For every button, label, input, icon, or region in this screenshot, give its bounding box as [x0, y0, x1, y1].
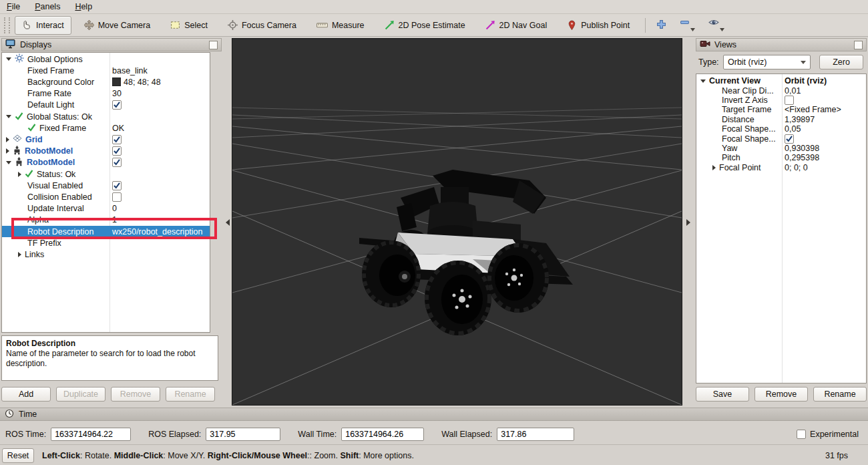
checkbox-checked[interactable]: [112, 146, 122, 156]
collapse-right-arrow-icon[interactable]: [686, 219, 690, 226]
tree-row-invert-z-axis[interactable]: Invert Z Axis: [696, 96, 866, 105]
property-value[interactable]: [112, 146, 122, 156]
2d-nav-goal-tool-button[interactable]: 2D Nav Goal: [478, 16, 555, 35]
wall-elapsed-input[interactable]: [497, 428, 574, 441]
property-value[interactable]: [112, 100, 122, 110]
tree-row-distance[interactable]: Distance1,39897: [696, 115, 866, 124]
zero-button[interactable]: Zero: [819, 55, 863, 69]
tree-row-default-light[interactable]: Default Light: [2, 100, 210, 111]
toolbar-drag-handle[interactable]: [4, 17, 10, 33]
menu-item-panels[interactable]: Panels: [35, 2, 60, 11]
tree-row-pitch[interactable]: Pitch0,295398: [696, 153, 866, 162]
tree-row-alpha[interactable]: Alpha1: [2, 214, 210, 226]
tree-row-focal-shape[interactable]: Focal Shape...: [696, 134, 866, 143]
experimental-option: Experimental: [797, 430, 859, 439]
collapse-triangle-icon[interactable]: [700, 80, 706, 83]
views-buttons: SaveRemoveRename: [696, 387, 867, 402]
remove-button[interactable]: Remove: [754, 387, 808, 402]
collapse-triangle-icon[interactable]: [6, 57, 11, 61]
2d-pose-estimate-tool-button[interactable]: 2D Pose Estimate: [377, 16, 473, 35]
view-type-dropdown[interactable]: Orbit (rviz): [723, 55, 811, 69]
interact-tool-button[interactable]: Interact: [15, 16, 71, 35]
publish-point-tool-button[interactable]: Publish Point: [560, 16, 637, 35]
tree-row-tf-prefix[interactable]: TF Prefix: [2, 237, 210, 249]
render-viewport[interactable]: [232, 38, 682, 406]
tree-row-fixed-frame[interactable]: Fixed FrameOK: [2, 122, 210, 134]
menu-item-help[interactable]: Help: [75, 2, 92, 11]
tree-row-global-options[interactable]: Global Options: [2, 53, 210, 65]
property-value[interactable]: [112, 135, 122, 144]
property-value[interactable]: [112, 158, 122, 167]
property-label: Status: Ok: [37, 170, 75, 179]
tree-row-robotmodel[interactable]: RobotModel: [2, 157, 210, 168]
tree-row-current-view[interactable]: Current ViewOrbit (rviz): [696, 76, 866, 86]
checkbox-checked[interactable]: [112, 135, 122, 144]
rename-button[interactable]: Rename: [166, 387, 215, 402]
rename-button[interactable]: Rename: [813, 387, 867, 402]
add-button[interactable]: Add: [1, 387, 51, 402]
panel-float-button[interactable]: [209, 41, 218, 49]
expand-triangle-icon[interactable]: [712, 165, 716, 170]
tree-row-frame-rate[interactable]: Frame Rate30: [2, 88, 210, 100]
ruler-icon: [316, 20, 328, 30]
gear-icon: [15, 53, 24, 65]
tree-row-fixed-frame[interactable]: Fixed Framebase_link: [2, 65, 210, 76]
left-splitter[interactable]: [223, 37, 232, 408]
property-value[interactable]: [112, 192, 122, 202]
tree-row-robotmodel[interactable]: RobotModel: [2, 146, 210, 157]
tree-row-focal-point[interactable]: Focal Point0; 0; 0: [696, 163, 866, 172]
expand-triangle-icon[interactable]: [6, 137, 9, 142]
tree-row-update-interval[interactable]: Update Interval0: [2, 203, 210, 214]
tree-row-robot-description[interactable]: Robot Descriptionwx250/robot_description: [2, 226, 210, 237]
collapse-left-arrow-icon[interactable]: [226, 219, 230, 226]
checkbox-checked[interactable]: [112, 100, 122, 110]
check-green-icon: [25, 169, 33, 180]
duplicate-button[interactable]: Duplicate: [56, 387, 105, 402]
tree-row-near-clip-di[interactable]: Near Clip Di...0,01: [696, 86, 866, 95]
select-tool-button[interactable]: Select: [163, 16, 215, 35]
tree-row-status-ok[interactable]: Status: Ok: [2, 168, 210, 180]
wall-time-input[interactable]: [341, 428, 424, 441]
property-value[interactable]: [112, 181, 122, 190]
tree-row-focal-shape[interactable]: Focal Shape...0,05: [696, 124, 866, 134]
tree-row-yaw[interactable]: Yaw0,930398: [696, 144, 866, 153]
expand-triangle-icon[interactable]: [18, 172, 21, 177]
move-camera-tool-button[interactable]: Move Camera: [77, 16, 158, 35]
collapse-triangle-icon[interactable]: [6, 115, 11, 118]
ros-elapsed-input[interactable]: [206, 428, 280, 441]
checkbox-checked[interactable]: [785, 134, 794, 144]
focus-camera-tool-button[interactable]: Focus Camera: [220, 16, 304, 35]
plus-view-button[interactable]: [652, 17, 670, 33]
property-value[interactable]: [785, 96, 794, 105]
measure-tool-button[interactable]: Measure: [309, 16, 372, 35]
save-button[interactable]: Save: [696, 387, 749, 402]
checkbox-checked[interactable]: [112, 181, 122, 190]
time-panel-title: Time: [19, 410, 37, 419]
grid-icon: [13, 134, 22, 145]
eye-view-button[interactable]: [704, 15, 728, 35]
expand-triangle-icon[interactable]: [6, 148, 9, 154]
tree-row-target-frame[interactable]: Target Frame<Fixed Frame>: [696, 105, 866, 114]
tree-row-links[interactable]: Links: [2, 249, 210, 260]
panel-float-button[interactable]: [854, 41, 863, 49]
menu-item-file[interactable]: File: [7, 2, 20, 11]
collapse-triangle-icon[interactable]: [6, 161, 11, 164]
tree-row-global-status-ok[interactable]: Global Status: Ok: [2, 111, 210, 122]
tree-row-visual-enabled[interactable]: Visual Enabled: [2, 180, 210, 191]
tree-row-background-color[interactable]: Background Color48; 48; 48: [2, 76, 210, 88]
checkbox-unchecked[interactable]: [785, 96, 794, 105]
reset-button[interactable]: Reset: [2, 448, 34, 463]
tree-row-collision-enabled[interactable]: Collision Enabled: [2, 191, 210, 202]
checkbox-unchecked[interactable]: [112, 192, 122, 202]
property-value[interactable]: [785, 134, 794, 144]
expand-triangle-icon[interactable]: [18, 252, 21, 257]
checkbox-unchecked[interactable]: [797, 430, 806, 439]
ros-time-input[interactable]: [51, 428, 131, 441]
property-label: Visual Enabled: [27, 181, 83, 190]
right-splitter[interactable]: [682, 37, 694, 408]
tree-row-grid[interactable]: Grid: [2, 134, 210, 145]
checkbox-checked[interactable]: [112, 158, 122, 167]
minus-view-button[interactable]: [676, 15, 699, 35]
remove-button[interactable]: Remove: [111, 387, 160, 402]
property-label: Yaw: [722, 144, 737, 153]
